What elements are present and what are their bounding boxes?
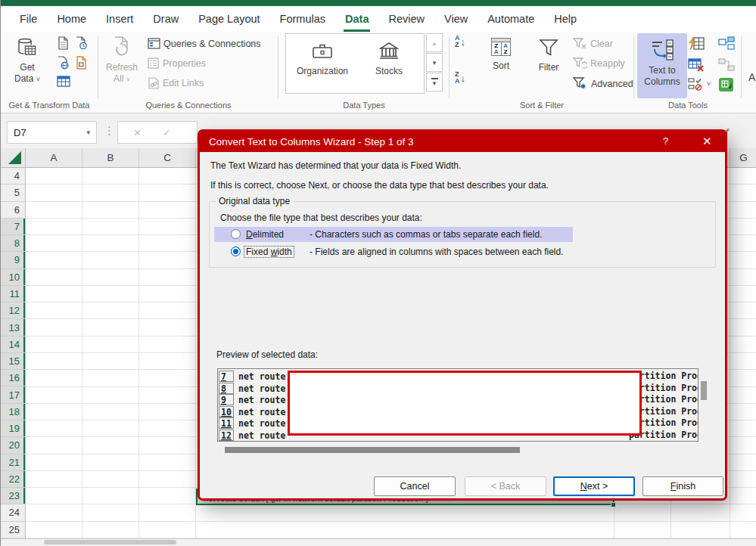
reapply-filter-button[interactable]: Reapply bbox=[573, 57, 625, 70]
advanced-filter-button[interactable]: Advanced bbox=[573, 77, 633, 90]
preview-row-number: 8 bbox=[219, 383, 234, 394]
remove-duplicates-button[interactable] bbox=[688, 57, 705, 72]
data-validation-dropdown[interactable]: ˅ bbox=[707, 80, 711, 88]
horizontal-scrollbar-thumb[interactable] bbox=[44, 540, 176, 544]
row-header[interactable]: 18 bbox=[1, 404, 25, 420]
fill-handle[interactable] bbox=[611, 502, 616, 507]
menu-tab[interactable]: Automate bbox=[478, 6, 544, 32]
name-box-dropdown-icon[interactable]: ▾ bbox=[86, 129, 90, 136]
from-text-csv-button[interactable] bbox=[57, 36, 70, 50]
row-header[interactable]: 6 bbox=[1, 202, 25, 219]
menu-tab[interactable]: Page Layout bbox=[188, 6, 269, 32]
row-header[interactable]: 7 bbox=[1, 219, 25, 235]
recent-sources-button[interactable] bbox=[75, 36, 88, 50]
from-picture-button[interactable] bbox=[75, 56, 88, 70]
get-data-button[interactable]: Get Data ˅ bbox=[5, 35, 49, 98]
queries-connections-button[interactable]: Queries & Connections bbox=[148, 38, 261, 49]
name-box[interactable]: D7 ▾ bbox=[7, 121, 97, 144]
menu-tab[interactable]: Review bbox=[378, 6, 434, 32]
menu-tab[interactable]: Formulas bbox=[270, 6, 335, 32]
row-header[interactable]: 13 bbox=[1, 319, 25, 336]
consolidate-button[interactable] bbox=[718, 36, 735, 51]
row-header[interactable]: 17 bbox=[1, 386, 25, 403]
dialog-close-button[interactable]: ✕ bbox=[702, 135, 712, 148]
dialog-title-bar[interactable]: Convert Text to Columns Wizard - Step 1 … bbox=[200, 132, 725, 152]
preview-vertical-scrollbar-thumb[interactable] bbox=[701, 381, 707, 400]
gallery-more-button[interactable]: ▾ bbox=[426, 73, 443, 92]
filter-icon bbox=[537, 38, 560, 59]
row-header[interactable]: 4 bbox=[1, 168, 25, 185]
refresh-all-button[interactable]: Refresh All ˅ bbox=[101, 35, 143, 98]
from-web-button[interactable] bbox=[57, 56, 70, 70]
data-validation-icon bbox=[688, 77, 705, 92]
clear-filter-button[interactable]: Clear bbox=[573, 38, 613, 50]
finish-button[interactable]: Finish bbox=[642, 476, 723, 496]
back-button[interactable]: < Back bbox=[465, 476, 546, 496]
edit-links-button[interactable]: Edit Links bbox=[148, 77, 204, 89]
row-header[interactable]: 9 bbox=[1, 252, 25, 268]
filter-button[interactable]: Filter bbox=[529, 35, 568, 98]
next-button[interactable]: Next > bbox=[553, 476, 635, 496]
row-header[interactable]: 5 bbox=[1, 185, 25, 201]
flash-fill-button[interactable] bbox=[688, 36, 705, 51]
preview-label: Preview of selected data: bbox=[216, 349, 318, 360]
organization-data-type[interactable]: Organization bbox=[291, 37, 354, 90]
confirm-entry-icon[interactable]: ✓ bbox=[163, 127, 171, 138]
row-header[interactable]: 16 bbox=[1, 370, 25, 386]
group-separator bbox=[98, 36, 98, 98]
row-header[interactable]: 24 bbox=[1, 504, 25, 521]
delimited-label[interactable]: Delimited bbox=[246, 229, 284, 240]
select-all-triangle-icon bbox=[8, 151, 21, 164]
advanced-filter-icon bbox=[573, 77, 588, 90]
ribbon: Get Data ˅ Get & Transform Data bbox=[1, 32, 756, 113]
column-header[interactable]: C bbox=[139, 148, 196, 167]
properties-button[interactable]: Properties bbox=[148, 57, 206, 69]
relationships-button[interactable] bbox=[718, 57, 735, 72]
row-header[interactable]: 19 bbox=[1, 420, 25, 437]
delimited-radio[interactable] bbox=[231, 229, 241, 239]
row-header[interactable]: 22 bbox=[1, 471, 25, 488]
menu-tab[interactable]: Draw bbox=[143, 6, 188, 32]
menu-tab[interactable]: Home bbox=[47, 6, 96, 32]
from-table-range-icon bbox=[57, 76, 70, 87]
fixed-width-radio[interactable] bbox=[231, 247, 241, 256]
column-header[interactable]: A bbox=[26, 148, 82, 167]
row-header[interactable]: 20 bbox=[1, 437, 25, 454]
preview-row-left-text: net route bbox=[238, 395, 285, 405]
menu-tab[interactable]: Data bbox=[335, 6, 378, 32]
data-model-button[interactable] bbox=[718, 77, 734, 92]
sort-ascending-button[interactable]: AZ↓ bbox=[455, 35, 465, 48]
row-header[interactable]: 10 bbox=[1, 269, 25, 286]
row-header[interactable]: 21 bbox=[1, 454, 25, 471]
formula-input-strip: ✕ ✓ bbox=[117, 121, 198, 144]
gallery-scroll-up-button[interactable]: ▴ bbox=[426, 33, 443, 52]
cancel-entry-icon[interactable]: ✕ bbox=[133, 127, 142, 138]
gallery-scroll-down-button[interactable]: ▾ bbox=[426, 53, 443, 72]
data-validation-button[interactable] bbox=[688, 77, 705, 92]
menu-tab[interactable]: View bbox=[434, 6, 478, 32]
row-header[interactable]: 14 bbox=[1, 337, 25, 353]
stocks-data-type[interactable]: Stocks bbox=[359, 37, 419, 90]
column-header[interactable]: G bbox=[730, 148, 756, 167]
cancel-button[interactable]: Cancel bbox=[374, 476, 456, 496]
column-header[interactable]: B bbox=[82, 148, 139, 167]
from-table-range-button[interactable] bbox=[57, 76, 70, 87]
menu-tab[interactable]: Help bbox=[544, 6, 586, 32]
text-to-columns-dialog: Convert Text to Columns Wizard - Step 1 … bbox=[198, 129, 727, 501]
dialog-help-button[interactable]: ? bbox=[663, 135, 668, 147]
sort-button[interactable]: ZAAZ Sort bbox=[479, 35, 523, 98]
sort-descending-button[interactable]: ZA↓ bbox=[455, 71, 465, 85]
text-to-columns-button[interactable]: Text toColumns bbox=[637, 33, 687, 98]
row-header[interactable]: 25 bbox=[1, 522, 25, 538]
menu-tab[interactable]: File bbox=[10, 6, 47, 32]
preview-horizontal-scrollbar-thumb[interactable] bbox=[225, 447, 520, 453]
select-all-corner[interactable] bbox=[1, 148, 26, 167]
row-header[interactable]: 11 bbox=[1, 286, 25, 302]
row-header[interactable]: 23 bbox=[1, 488, 25, 504]
row-header[interactable]: 8 bbox=[1, 235, 25, 252]
row-header[interactable]: 12 bbox=[1, 302, 25, 319]
fixed-width-label[interactable]: Fixed width bbox=[244, 247, 294, 257]
menu-tab[interactable]: Insert bbox=[96, 6, 143, 32]
get-data-icon bbox=[16, 36, 39, 59]
row-header[interactable]: 15 bbox=[1, 353, 25, 370]
